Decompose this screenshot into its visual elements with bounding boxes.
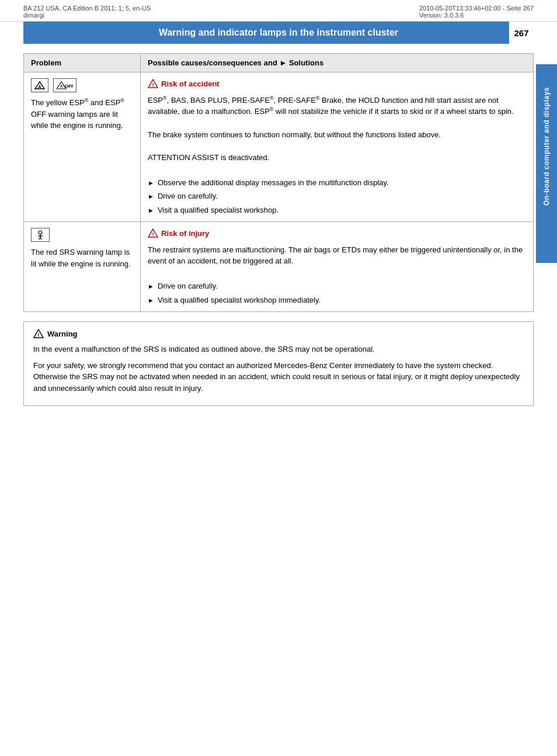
esp-off-svg: A OFF <box>57 81 73 90</box>
bullet-arrow-icon: ► <box>148 192 154 202</box>
bullet-arrow-icon: ► <box>148 206 154 216</box>
page-number: 267 <box>508 22 534 44</box>
srs-person-svg <box>34 230 46 240</box>
main-table: Problem Possible causes/consequences and… <box>23 53 534 312</box>
content-area: Problem Possible causes/consequences and… <box>0 44 557 418</box>
header-right: 2010-05-20T13:33:46+02:00 - Seite 267 Ve… <box>419 5 534 19</box>
svg-line-10 <box>39 238 40 240</box>
svg-point-7 <box>39 231 42 234</box>
icon-row-srs <box>31 228 133 242</box>
svg-text:!: ! <box>152 82 154 88</box>
page-title-bar: Warning and indicator lamps in the instr… <box>23 22 534 44</box>
warning-heading: ! Warning <box>33 329 524 339</box>
risk-accident-text1: ESP®, BAS, BAS PLUS, PRE-SAFE®, PRE-SAFE… <box>148 95 526 118</box>
problem-cell-esp: A A OFF <box>24 72 141 222</box>
page-container: BA 212 USA, CA Edition B 2011; 1; 5, en-… <box>0 0 557 756</box>
warning-text1: In the event a malfunction of the SRS is… <box>33 344 524 355</box>
header-left-line1: BA 212 USA, CA Edition B 2011; 1; 5, en-… <box>23 5 151 12</box>
risk-accident-triangle-icon: ! <box>148 79 158 89</box>
srs-warning-icon <box>31 228 50 242</box>
col-solutions-header: Possible causes/consequences and ► Solut… <box>141 54 534 72</box>
risk-accident-text2: The brake system continues to function n… <box>148 129 526 141</box>
header-left: BA 212 USA, CA Edition B 2011; 1; 5, en-… <box>23 5 151 19</box>
icon-row-esp: A A OFF <box>31 78 133 92</box>
page-header: BA 212 USA, CA Edition B 2011; 1; 5, en-… <box>0 0 557 22</box>
risk-accident-text3: ATTENTION ASSIST is deactivated. <box>148 152 526 164</box>
esp-bullet1: ► Observe the additional display message… <box>148 177 526 189</box>
bullet-arrow-icon: ► <box>148 296 154 306</box>
esp-triangle-svg: A <box>34 81 45 90</box>
svg-text:!: ! <box>152 231 154 237</box>
page-title: Warning and indicator lamps in the instr… <box>159 27 398 37</box>
risk-accident-heading: ! Risk of accident <box>148 78 526 90</box>
srs-bullet1: ► Drive on carefully. <box>148 280 526 292</box>
bullet-arrow-icon: ► <box>148 282 154 292</box>
solutions-cell-srs: ! Risk of injury The restraint systems a… <box>141 222 534 312</box>
header-left-line2: dimargi <box>23 12 151 19</box>
warning-label: Warning <box>47 330 78 338</box>
table-row-srs: The red SRS warning lamp is lit while th… <box>24 222 534 312</box>
warning-text2: For your safety, we strongly recommend t… <box>33 360 524 394</box>
problem-text-esp: The yellow ESP® and ESP® OFF warning lam… <box>31 97 133 131</box>
col-problem-header: Problem <box>24 54 141 72</box>
esp-warning-icon: A <box>31 78 48 92</box>
header-right-line1: 2010-05-20T13:33:46+02:00 - Seite 267 <box>419 5 534 12</box>
risk-injury-heading: ! Risk of injury <box>148 228 526 240</box>
problem-text-srs: The red SRS warning lamp is lit while th… <box>31 247 133 269</box>
esp-off-icon: A OFF <box>53 78 76 92</box>
svg-line-11 <box>40 238 42 240</box>
solutions-cell-esp: ! Risk of accident ESP®, BAS, BAS PLUS, … <box>141 72 534 222</box>
svg-text:!: ! <box>38 332 40 338</box>
esp-bullet2: ► Drive on carefully. <box>148 190 526 202</box>
esp-bullet3: ► Visit a qualified specialist workshop. <box>148 204 526 216</box>
risk-injury-triangle-icon: ! <box>148 228 158 238</box>
warning-section: ! Warning In the event a malfunction of … <box>23 321 534 406</box>
svg-text:A: A <box>60 84 63 88</box>
risk-injury-text1: The restraint systems are malfunctioning… <box>148 244 526 267</box>
problem-cell-srs: The red SRS warning lamp is lit while th… <box>24 222 141 312</box>
table-row-esp: A A OFF <box>24 72 534 222</box>
srs-bullet2: ► Visit a qualified specialist workshop … <box>148 294 526 306</box>
warning-triangle-icon: ! <box>33 329 44 339</box>
bullet-arrow-icon: ► <box>148 178 154 188</box>
header-right-line2: Version: 3.0.3.6 <box>419 12 534 19</box>
svg-text:OFF: OFF <box>65 84 73 89</box>
svg-text:A: A <box>38 84 41 89</box>
